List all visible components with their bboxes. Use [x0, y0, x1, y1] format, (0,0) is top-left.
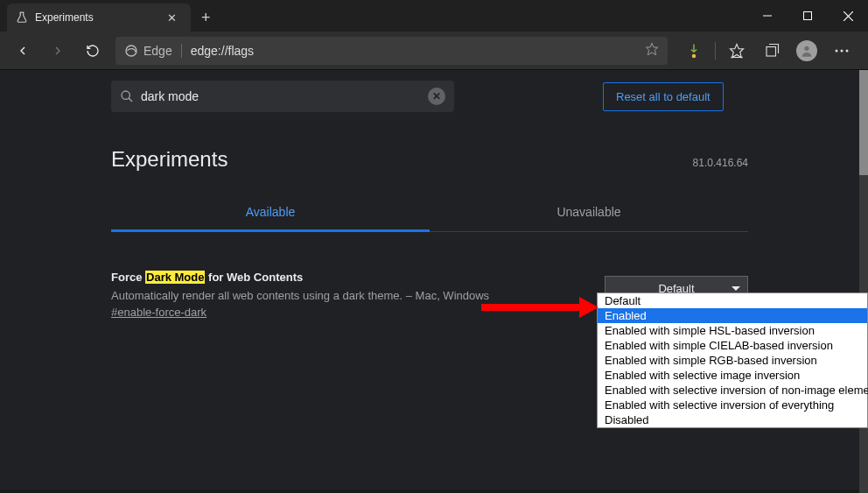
flag-title-post: for Web Contents	[205, 271, 303, 284]
dropdown-item[interactable]: Enabled	[598, 308, 867, 323]
more-menu-button[interactable]	[828, 37, 856, 65]
svg-marker-7	[731, 44, 744, 57]
window-controls	[747, 0, 868, 32]
toolbar-separator	[715, 42, 716, 60]
minimize-button[interactable]	[747, 0, 788, 32]
flag-title-highlight: Dark Mode	[145, 271, 205, 284]
svg-point-13	[846, 49, 849, 52]
dropdown-item[interactable]: Enabled with simple RGB-based inversion	[598, 353, 867, 368]
download-manager-icon[interactable]	[680, 37, 708, 65]
address-bar[interactable]: Edge edge://flags	[116, 37, 668, 65]
edge-icon	[124, 44, 138, 58]
dropdown-item[interactable]: Disabled	[598, 412, 867, 427]
refresh-button[interactable]	[75, 33, 110, 68]
url-text: edge://flags	[191, 44, 254, 58]
flags-search-input[interactable]	[141, 89, 428, 103]
svg-rect-9	[766, 46, 776, 56]
close-window-button[interactable]	[828, 0, 868, 32]
clear-search-button[interactable]: ✕	[428, 88, 445, 105]
dropdown-item[interactable]: Enabled with selective inversion of ever…	[598, 398, 867, 412]
edge-label: Edge	[144, 44, 172, 58]
dropdown-item[interactable]: Default	[598, 293, 867, 308]
collections-icon[interactable]	[758, 37, 786, 65]
favorite-star-icon[interactable]	[645, 42, 659, 59]
dropdown-item[interactable]: Enabled with selective inversion of non-…	[598, 383, 867, 398]
svg-marker-5	[646, 43, 657, 54]
flags-search-box[interactable]: ✕	[111, 81, 454, 112]
tabs-bar: Available Unavailable	[111, 194, 748, 232]
browser-toolbar: Edge edge://flags	[0, 32, 868, 70]
edge-badge: Edge	[124, 44, 182, 58]
search-icon	[120, 89, 134, 103]
favorites-icon[interactable]	[723, 37, 751, 65]
version-text: 81.0.416.64	[693, 157, 748, 169]
tab-available[interactable]: Available	[111, 194, 430, 232]
vertical-scrollbar[interactable]	[859, 70, 868, 493]
svg-point-11	[836, 49, 838, 52]
svg-rect-1	[804, 12, 812, 20]
flag-anchor-link[interactable]: #enable-force-dark	[111, 306, 206, 319]
flag-title-pre: Force	[111, 271, 145, 284]
dropdown-item[interactable]: Enabled with simple CIELAB-based inversi…	[598, 338, 867, 353]
new-tab-button[interactable]: +	[191, 4, 221, 32]
page-heading: Experiments	[111, 147, 228, 172]
reset-all-button[interactable]: Reset all to default	[603, 82, 724, 111]
browser-tab[interactable]: Experiments ✕	[7, 4, 191, 32]
dropdown-item[interactable]: Enabled with simple HSL-based inversion	[598, 323, 867, 338]
dropdown-item[interactable]: Enabled with selective image inversion	[598, 368, 867, 383]
annotation-arrow	[481, 304, 583, 311]
tab-unavailable[interactable]: Unavailable	[430, 194, 748, 232]
avatar-icon	[796, 40, 817, 61]
flask-icon	[16, 11, 28, 24]
title-bar: Experiments ✕ +	[0, 0, 868, 32]
forward-button[interactable]	[40, 33, 75, 68]
scrollbar-thumb[interactable]	[859, 70, 868, 175]
back-button[interactable]	[5, 33, 40, 68]
maximize-button[interactable]	[788, 0, 828, 32]
svg-point-10	[804, 46, 808, 50]
svg-line-15	[129, 98, 132, 102]
svg-point-14	[122, 91, 130, 99]
tab-close-button[interactable]: ✕	[162, 11, 182, 25]
profile-button[interactable]	[793, 37, 821, 65]
svg-point-6	[692, 53, 696, 58]
flag-select-dropdown[interactable]: DefaultEnabledEnabled with simple HSL-ba…	[597, 292, 868, 428]
tab-title: Experiments	[35, 11, 162, 24]
svg-point-12	[841, 49, 844, 52]
flag-description: Automatically render all web contents us…	[111, 289, 566, 302]
